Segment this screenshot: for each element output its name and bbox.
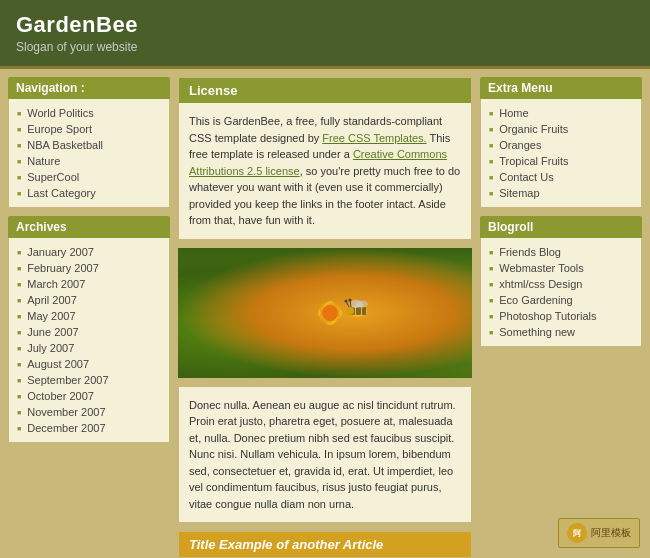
extra-menu-list: Home Organic Fruits Oranges Tropical Fru…: [489, 105, 633, 201]
archive-link[interactable]: March 2007: [27, 278, 85, 290]
svg-point-11: [346, 307, 354, 315]
list-item[interactable]: October 2007: [17, 388, 161, 404]
blogroll-link[interactable]: Friends Blog: [499, 246, 561, 258]
blogroll-content: Friends Blog Webmaster Tools xhtml/css D…: [480, 238, 642, 347]
svg-point-4: [322, 305, 338, 321]
list-item[interactable]: June 2007: [17, 324, 161, 340]
extra-menu-link[interactable]: Sitemap: [499, 187, 539, 199]
watermark-logo-text: 阿: [573, 528, 581, 539]
license-body: This is GardenBee, a free, fully standar…: [179, 103, 471, 239]
archive-link[interactable]: February 2007: [27, 262, 99, 274]
bee-image-inner: [178, 248, 472, 378]
list-item[interactable]: August 2007: [17, 356, 161, 372]
free-css-link[interactable]: Free CSS Templates.: [322, 132, 426, 144]
watermark-text: 阿里模板: [591, 526, 631, 540]
watermark: 阿 阿里模板: [558, 518, 640, 548]
blogroll-link[interactable]: Webmaster Tools: [499, 262, 584, 274]
main-content: License This is GardenBee, a free, fully…: [178, 77, 472, 558]
list-item[interactable]: July 2007: [17, 340, 161, 356]
list-item[interactable]: September 2007: [17, 372, 161, 388]
article-body: Donec nulla. Aenean eu augue ac nisl tin…: [179, 387, 471, 523]
license-box: License This is GardenBee, a free, fully…: [178, 77, 472, 240]
list-item[interactable]: February 2007: [17, 260, 161, 276]
list-item[interactable]: Home: [489, 105, 633, 121]
extra-menu-link[interactable]: Tropical Fruits: [499, 155, 568, 167]
extra-menu-title: Extra Menu: [480, 77, 642, 99]
list-item[interactable]: xhtml/css Design: [489, 276, 633, 292]
list-item[interactable]: Something new: [489, 324, 633, 340]
blogroll-list: Friends Blog Webmaster Tools xhtml/css D…: [489, 244, 633, 340]
sidebar-left: Navigation : World Politics Europe Sport…: [8, 77, 170, 451]
svg-point-10: [356, 300, 368, 307]
extra-menu-content: Home Organic Fruits Oranges Tropical Fru…: [480, 99, 642, 208]
archives-title: Archives: [8, 216, 170, 238]
archives-content: January 2007 February 2007 March 2007 Ap…: [8, 238, 170, 443]
list-item[interactable]: Nature: [17, 153, 161, 169]
article2-title-box: Title Example of another Article: [178, 531, 472, 558]
license-title: License: [179, 78, 471, 103]
site-header: GardenBee Slogan of your website: [0, 0, 650, 69]
extra-menu-link[interactable]: Oranges: [499, 139, 541, 151]
list-item[interactable]: Webmaster Tools: [489, 260, 633, 276]
list-item[interactable]: November 2007: [17, 404, 161, 420]
nav-link[interactable]: Last Category: [27, 187, 95, 199]
sidebar-right: Extra Menu Home Organic Fruits Oranges T…: [480, 77, 642, 355]
article2-title: Title Example of another Article: [179, 532, 471, 557]
list-item[interactable]: Friends Blog: [489, 244, 633, 260]
archives-box: Archives January 2007 February 2007 Marc…: [8, 216, 170, 443]
list-item[interactable]: December 2007: [17, 420, 161, 436]
blogroll-link[interactable]: Photoshop Tutorials: [499, 310, 596, 322]
extra-menu-link[interactable]: Home: [499, 107, 528, 119]
archive-link[interactable]: August 2007: [27, 358, 89, 370]
bee-image: [178, 248, 472, 378]
blogroll-title: Blogroll: [480, 216, 642, 238]
blogroll-link[interactable]: Something new: [499, 326, 575, 338]
list-item[interactable]: May 2007: [17, 308, 161, 324]
archive-link[interactable]: December 2007: [27, 422, 105, 434]
blogroll-box: Blogroll Friends Blog Webmaster Tools xh…: [480, 216, 642, 347]
list-item[interactable]: NBA Basketball: [17, 137, 161, 153]
archive-link[interactable]: January 2007: [27, 246, 94, 258]
list-item[interactable]: Organic Fruits: [489, 121, 633, 137]
list-item[interactable]: World Politics: [17, 105, 161, 121]
list-item[interactable]: January 2007: [17, 244, 161, 260]
list-item[interactable]: March 2007: [17, 276, 161, 292]
svg-rect-7: [356, 307, 361, 315]
watermark-logo: 阿: [567, 523, 587, 543]
archive-link[interactable]: June 2007: [27, 326, 78, 338]
list-item[interactable]: Eco Gardening: [489, 292, 633, 308]
list-item[interactable]: Contact Us: [489, 169, 633, 185]
archive-link[interactable]: July 2007: [27, 342, 74, 354]
extra-menu-link[interactable]: Contact Us: [499, 171, 553, 183]
list-item[interactable]: April 2007: [17, 292, 161, 308]
article-body-box: Donec nulla. Aenean eu augue ac nisl tin…: [178, 386, 472, 524]
site-title: GardenBee: [16, 12, 634, 38]
list-item[interactable]: Last Category: [17, 185, 161, 201]
list-item[interactable]: Oranges: [489, 137, 633, 153]
navigation-list: World Politics Europe Sport NBA Basketba…: [17, 105, 161, 201]
list-item[interactable]: Tropical Fruits: [489, 153, 633, 169]
navigation-box: Navigation : World Politics Europe Sport…: [8, 77, 170, 208]
blogroll-link[interactable]: Eco Gardening: [499, 294, 572, 306]
archive-link[interactable]: September 2007: [27, 374, 108, 386]
archive-link[interactable]: November 2007: [27, 406, 105, 418]
navigation-content: World Politics Europe Sport NBA Basketba…: [8, 99, 170, 208]
extra-menu-link[interactable]: Organic Fruits: [499, 123, 568, 135]
archive-link[interactable]: October 2007: [27, 390, 94, 402]
nav-link[interactable]: World Politics: [27, 107, 93, 119]
list-item[interactable]: Europe Sport: [17, 121, 161, 137]
nav-link[interactable]: Nature: [27, 155, 60, 167]
nav-link[interactable]: NBA Basketball: [27, 139, 103, 151]
navigation-title: Navigation :: [8, 77, 170, 99]
blogroll-link[interactable]: xhtml/css Design: [499, 278, 582, 290]
archive-link[interactable]: May 2007: [27, 310, 75, 322]
svg-rect-8: [362, 307, 366, 315]
list-item[interactable]: Sitemap: [489, 185, 633, 201]
nav-link[interactable]: SuperCool: [27, 171, 79, 183]
svg-point-15: [348, 298, 351, 301]
list-item[interactable]: SuperCool: [17, 169, 161, 185]
main-wrapper: Navigation : World Politics Europe Sport…: [0, 69, 650, 558]
nav-link[interactable]: Europe Sport: [27, 123, 92, 135]
archive-link[interactable]: April 2007: [27, 294, 77, 306]
list-item[interactable]: Photoshop Tutorials: [489, 308, 633, 324]
